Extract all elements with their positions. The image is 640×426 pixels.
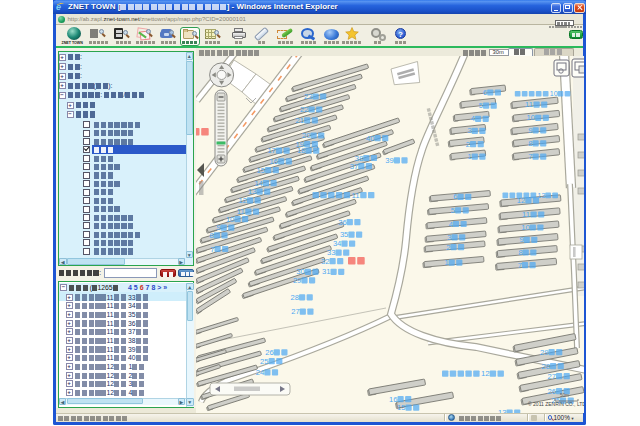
svg-text:32: 32 — [321, 257, 329, 266]
svg-text:4: 4 — [449, 220, 453, 229]
svg-text:11: 11 — [237, 207, 245, 216]
svg-text:7: 7 — [518, 261, 522, 270]
svg-text:28: 28 — [291, 293, 299, 302]
svg-text:17: 17 — [267, 146, 275, 155]
svg-text:6: 6 — [483, 88, 487, 97]
svg-text:13: 13 — [538, 192, 546, 199]
svg-text:15: 15 — [397, 403, 405, 412]
svg-text:12: 12 — [481, 369, 490, 378]
svg-text:26: 26 — [265, 348, 273, 357]
svg-text:34: 34 — [333, 239, 341, 248]
svg-text:28: 28 — [542, 362, 550, 371]
svg-text:35: 35 — [340, 230, 348, 239]
svg-text:50m: 50m — [560, 393, 569, 398]
svg-text:3: 3 — [447, 233, 451, 242]
svg-text:6: 6 — [453, 192, 457, 201]
svg-text:37: 37 — [350, 162, 358, 171]
svg-text:29: 29 — [293, 276, 301, 285]
svg-text:22: 22 — [300, 105, 308, 114]
svg-text:40: 40 — [366, 134, 374, 143]
svg-text:9: 9 — [519, 235, 523, 244]
svg-text:26: 26 — [548, 387, 556, 396]
svg-text:10: 10 — [226, 215, 234, 224]
svg-text:31: 31 — [322, 267, 330, 276]
svg-text:36: 36 — [338, 218, 346, 227]
svg-text:3: 3 — [468, 126, 472, 135]
svg-text:29: 29 — [540, 348, 548, 357]
svg-text:10: 10 — [521, 223, 529, 232]
svg-text:15: 15 — [257, 166, 265, 175]
svg-text:5: 5 — [451, 206, 455, 215]
svg-text:39: 39 — [385, 156, 393, 165]
svg-text:25: 25 — [260, 357, 268, 366]
svg-text:27: 27 — [291, 307, 299, 316]
svg-text:11: 11 — [352, 191, 360, 200]
svg-text:16: 16 — [270, 157, 278, 166]
svg-text:8: 8 — [528, 139, 532, 148]
svg-text:© 2011 ZENRIN CO., LTD.: © 2011 ZENRIN CO., LTD. — [528, 401, 584, 407]
svg-text:8: 8 — [518, 248, 522, 257]
svg-text:13: 13 — [248, 187, 256, 196]
svg-text:11: 11 — [525, 100, 533, 109]
svg-text:23: 23 — [304, 92, 312, 101]
svg-text:21: 21 — [296, 116, 304, 125]
svg-text:27: 27 — [548, 372, 556, 381]
svg-text:1: 1 — [468, 152, 472, 161]
svg-text:2: 2 — [466, 140, 470, 149]
svg-text:5: 5 — [479, 101, 483, 110]
svg-text:8: 8 — [210, 231, 214, 240]
svg-text:13: 13 — [498, 408, 506, 413]
svg-text:9: 9 — [216, 223, 220, 232]
svg-text:4: 4 — [471, 114, 475, 123]
svg-text:24: 24 — [256, 368, 264, 377]
svg-text:1: 1 — [444, 258, 448, 267]
svg-text:2: 2 — [446, 243, 450, 252]
svg-text:7: 7 — [210, 245, 214, 254]
svg-text:9: 9 — [528, 126, 532, 135]
svg-text:18: 18 — [297, 146, 305, 155]
svg-text:12: 12 — [239, 196, 247, 205]
svg-text:10: 10 — [527, 113, 535, 122]
svg-text:7: 7 — [528, 152, 532, 161]
svg-text:10: 10 — [550, 90, 558, 97]
svg-text:11: 11 — [522, 210, 530, 219]
